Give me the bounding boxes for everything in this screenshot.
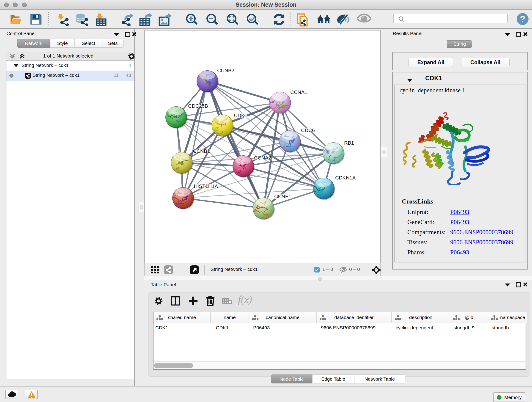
svg-text:CDC25B: CDC25B: [188, 103, 208, 109]
svg-text:CCNE1: CCNE1: [274, 194, 291, 199]
svg-text:CCNA1: CCNA1: [290, 89, 307, 95]
svg-text:CDC6: CDC6: [301, 128, 315, 133]
svg-text:CCNB1: CCNB1: [193, 148, 210, 154]
svg-text:?: ?: [520, 14, 525, 24]
svg-text:CCNA2: CCNA2: [254, 155, 271, 161]
svg-text:CDKN1A: CDKN1A: [335, 175, 356, 181]
svg-text:HIST1H1A: HIST1H1A: [194, 183, 218, 189]
svg-text:CCNB2: CCNB2: [217, 68, 234, 73]
svg-text:CDK1: CDK1: [234, 113, 247, 118]
svg-text:RB1: RB1: [344, 140, 354, 146]
